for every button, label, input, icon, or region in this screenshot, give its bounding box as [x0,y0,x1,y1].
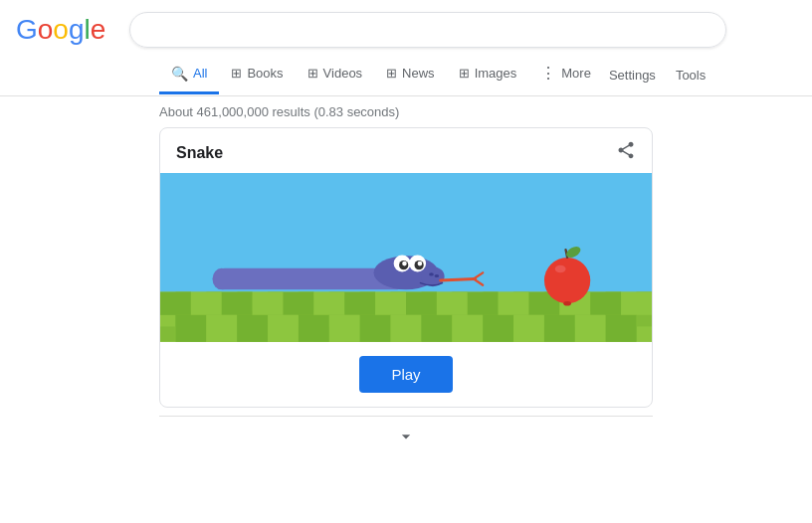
settings-link[interactable]: Settings [603,58,662,92]
svg-point-48 [429,272,434,275]
svg-point-46 [402,262,407,266]
chevron-expand[interactable] [159,416,653,456]
more-icon: ⋮ [540,64,556,83]
svg-point-57 [563,301,571,306]
svg-rect-28 [329,315,360,342]
header: Google snake game [0,0,812,48]
svg-rect-16 [437,292,468,315]
nav-tabs: 🔍 All ⊞ Books ⊞ Videos ⊞ News ⊞ Images ⋮… [0,54,812,96]
main-content: Snake [0,127,812,456]
svg-point-53 [544,258,590,303]
svg-rect-26 [268,315,299,342]
svg-rect-12 [313,292,344,315]
svg-rect-25 [237,315,268,342]
svg-rect-10 [253,292,284,315]
tab-images[interactable]: ⊞ Images [447,56,529,93]
svg-rect-31 [421,315,452,342]
svg-rect-17 [468,292,499,315]
news-icon: ⊞ [386,66,397,81]
svg-rect-37 [606,315,637,342]
svg-rect-7 [160,292,191,315]
svg-line-50 [441,279,476,281]
books-icon: ⊞ [231,66,242,81]
play-button-container: Play [160,342,652,407]
svg-rect-8 [191,292,222,315]
svg-rect-33 [483,315,513,342]
results-count: About 461,000,000 results (0.83 seconds) [0,96,812,127]
game-canvas[interactable] [160,173,652,342]
svg-rect-13 [344,292,375,315]
search-icons [700,22,710,38]
tab-books[interactable]: ⊞ Books [219,56,295,93]
svg-rect-24 [206,315,237,342]
svg-rect-14 [375,292,406,315]
svg-rect-11 [284,292,314,315]
svg-rect-22 [621,292,652,315]
game-card-header: Snake [160,128,652,173]
settings-group: Settings Tools [603,58,711,92]
tab-news[interactable]: ⊞ News [374,56,447,93]
svg-point-47 [418,262,423,266]
search-bar: snake game [129,12,726,48]
images-icon: ⊞ [459,66,470,81]
svg-rect-35 [544,315,575,342]
svg-rect-18 [499,292,529,315]
svg-point-49 [435,274,440,277]
videos-icon: ⊞ [307,66,318,81]
play-button[interactable]: Play [359,356,452,393]
svg-point-54 [555,265,566,273]
svg-rect-30 [391,315,422,342]
tab-more[interactable]: ⋮ More [528,54,603,95]
svg-rect-34 [513,315,544,342]
game-card: Snake [159,127,653,408]
game-title: Snake [176,144,223,162]
tab-all[interactable]: 🔍 All [159,56,219,94]
svg-rect-21 [590,292,621,315]
tab-videos[interactable]: ⊞ Videos [296,56,375,93]
share-icon[interactable] [616,140,636,165]
tools-link[interactable]: Tools [670,58,711,92]
svg-rect-23 [175,315,206,342]
google-logo[interactable]: Google [16,14,105,46]
svg-rect-15 [406,292,437,315]
all-icon: 🔍 [171,66,188,82]
svg-rect-9 [222,292,253,315]
search-input[interactable]: snake game [146,21,692,39]
svg-rect-32 [452,315,483,342]
svg-rect-36 [575,315,606,342]
svg-rect-27 [299,315,329,342]
svg-rect-29 [360,315,391,342]
